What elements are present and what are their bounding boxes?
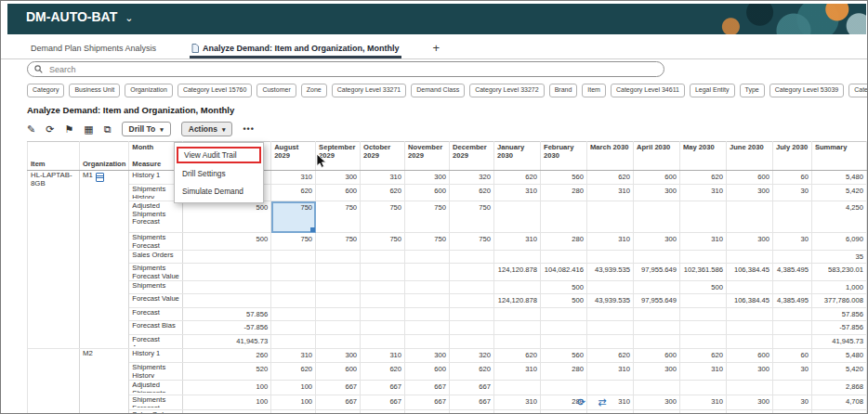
filter-chip[interactable]: Category Level 33271: [332, 84, 407, 97]
value-cell[interactable]: 310: [494, 395, 541, 410]
filter-chip[interactable]: Customer: [256, 84, 296, 97]
value-cell[interactable]: [361, 321, 405, 335]
edit-icon[interactable]: ✎: [27, 124, 35, 135]
value-cell[interactable]: [405, 308, 450, 321]
measure-cell[interactable]: Forecast Value: [129, 294, 183, 308]
value-cell[interactable]: 106,384.45: [726, 264, 772, 281]
value-cell[interactable]: [726, 381, 772, 395]
value-cell[interactable]: 667: [361, 381, 405, 395]
column-header[interactable]: June 2030: [726, 142, 772, 171]
flag-icon[interactable]: ⚑: [64, 124, 73, 135]
value-cell[interactable]: [271, 335, 316, 349]
value-cell[interactable]: [679, 381, 726, 395]
value-cell[interactable]: [586, 410, 633, 414]
layout-icon[interactable]: ▦: [84, 124, 93, 135]
value-cell[interactable]: [679, 321, 726, 335]
value-cell[interactable]: 750: [271, 233, 316, 251]
value-cell[interactable]: 60: [772, 171, 811, 185]
value-cell[interactable]: [586, 281, 633, 294]
value-cell[interactable]: 30: [772, 185, 811, 201]
measure-cell[interactable]: Sales Orders: [129, 251, 183, 264]
value-cell[interactable]: 560: [541, 349, 587, 363]
value-cell[interactable]: 43,939.535: [586, 264, 633, 281]
value-cell[interactable]: [316, 321, 361, 335]
value-cell[interactable]: [316, 251, 361, 264]
value-cell[interactable]: [772, 281, 811, 294]
value-cell[interactable]: [450, 251, 494, 264]
value-cell[interactable]: 300: [405, 349, 450, 363]
value-cell[interactable]: 620: [586, 171, 633, 185]
value-cell[interactable]: 60: [772, 349, 811, 363]
filter-chip[interactable]: Category Level 1049: [848, 84, 867, 97]
column-header[interactable]: January 2030: [494, 142, 541, 171]
value-cell[interactable]: [494, 321, 541, 335]
value-cell[interactable]: 750: [361, 233, 405, 251]
value-cell[interactable]: 300: [633, 395, 679, 410]
value-cell[interactable]: [772, 308, 811, 321]
value-cell[interactable]: [450, 410, 494, 414]
value-cell[interactable]: 4,250: [811, 201, 866, 233]
value-cell[interactable]: [541, 321, 587, 335]
row-dim-header[interactable]: Item: [28, 142, 80, 171]
value-cell[interactable]: [494, 251, 541, 264]
column-header[interactable]: March 2030: [586, 142, 633, 171]
value-cell[interactable]: 310: [361, 349, 405, 363]
value-cell[interactable]: 667: [361, 395, 405, 410]
value-cell[interactable]: [679, 294, 726, 308]
value-cell[interactable]: 300: [316, 171, 361, 185]
value-cell[interactable]: 310: [494, 363, 541, 381]
value-cell[interactable]: 97,955.649: [633, 294, 679, 308]
filter-chip[interactable]: Business Unit: [69, 84, 120, 97]
column-header[interactable]: May 2030: [679, 142, 726, 171]
value-cell[interactable]: [541, 410, 587, 414]
value-cell[interactable]: 750: [450, 233, 494, 251]
value-cell[interactable]: 280: [541, 233, 587, 251]
value-cell[interactable]: [586, 308, 633, 321]
filter-chip[interactable]: Item: [582, 84, 606, 97]
value-cell[interactable]: [271, 251, 316, 264]
filter-chip[interactable]: Organization: [125, 84, 173, 97]
value-cell[interactable]: 583,230.01: [811, 264, 866, 281]
measure-cell[interactable]: Adjusted Shipments Forecast: [129, 201, 183, 233]
value-cell[interactable]: [316, 294, 361, 308]
value-cell[interactable]: 320: [450, 171, 494, 185]
value-cell[interactable]: [450, 294, 494, 308]
value-cell[interactable]: 300: [633, 185, 679, 201]
value-cell[interactable]: 310: [679, 363, 726, 381]
value-cell[interactable]: [450, 321, 494, 335]
tab-demand-plan-shipments-analysis[interactable]: Demand Plan Shipments Analysis: [29, 44, 158, 58]
value-cell[interactable]: 620: [679, 171, 726, 185]
value-cell[interactable]: [450, 264, 494, 281]
value-cell[interactable]: 320: [450, 349, 494, 363]
value-cell[interactable]: 600: [316, 185, 361, 201]
value-cell[interactable]: 310: [679, 233, 726, 251]
value-cell[interactable]: [405, 294, 450, 308]
value-cell[interactable]: 310: [586, 363, 633, 381]
value-cell[interactable]: 600: [405, 363, 450, 381]
value-cell[interactable]: 600: [633, 171, 679, 185]
value-cell[interactable]: 5,480: [811, 349, 866, 363]
value-cell[interactable]: [494, 281, 541, 294]
value-cell[interactable]: [679, 410, 726, 414]
value-cell[interactable]: 500: [183, 201, 271, 233]
filter-chip[interactable]: Zone: [301, 84, 327, 97]
value-cell[interactable]: [633, 335, 679, 349]
value-cell[interactable]: [772, 381, 811, 395]
value-cell[interactable]: [271, 308, 316, 321]
value-cell[interactable]: 310: [494, 185, 541, 201]
value-cell[interactable]: 5,420: [811, 363, 866, 381]
value-cell[interactable]: 667: [405, 381, 450, 395]
measure-cell[interactable]: Shipments History: [129, 363, 183, 381]
value-cell[interactable]: 1,000: [811, 281, 866, 294]
value-cell[interactable]: 377,786.008: [811, 294, 866, 308]
value-cell[interactable]: [726, 308, 772, 321]
value-cell[interactable]: [494, 335, 541, 349]
value-cell[interactable]: [494, 201, 541, 233]
value-cell[interactable]: 106,384.45: [726, 294, 772, 308]
value-cell[interactable]: [586, 321, 633, 335]
value-cell[interactable]: [183, 410, 271, 414]
value-cell[interactable]: 30: [772, 233, 811, 251]
value-cell[interactable]: 620: [271, 185, 316, 201]
value-cell[interactable]: 600: [726, 349, 772, 363]
value-cell[interactable]: 124,120.878: [494, 294, 541, 308]
